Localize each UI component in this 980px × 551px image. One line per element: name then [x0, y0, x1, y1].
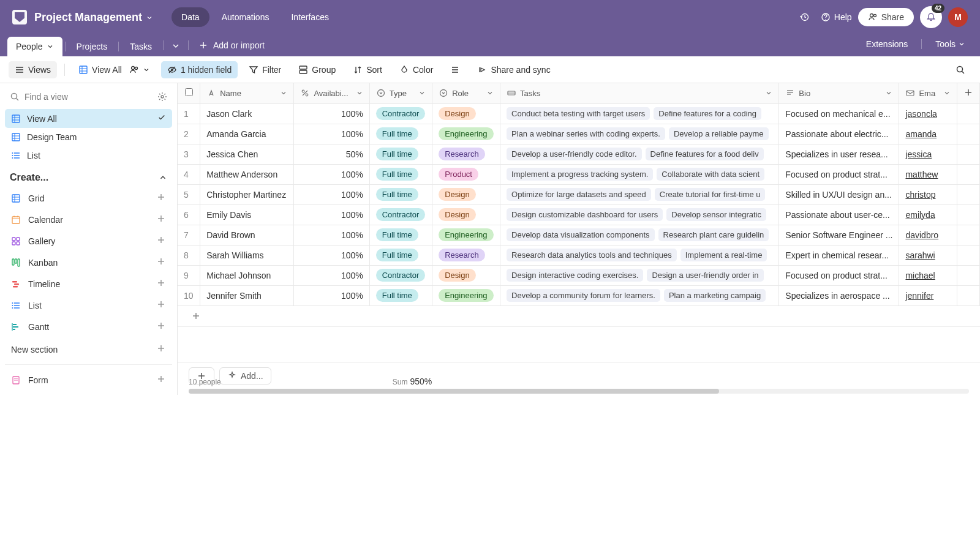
row-number[interactable]: 7 [178, 225, 200, 245]
chevron-down-icon[interactable] [943, 89, 951, 97]
cell-type[interactable]: Full time [369, 124, 432, 144]
cell-email[interactable]: matthew [899, 164, 957, 184]
table-row[interactable]: 7David Brown100%Full timeEngineeringDeve… [178, 225, 980, 245]
table-row[interactable]: 9Michael Johnson100%ContractorDesignDesi… [178, 265, 980, 285]
chevron-down-icon[interactable] [765, 89, 772, 97]
cell-name[interactable]: Christopher Martinez [200, 184, 294, 204]
cell-name[interactable]: Sarah Williams [200, 245, 294, 265]
cell-availability[interactable]: 50% [294, 144, 369, 164]
cell-availability[interactable]: 100% [294, 285, 369, 305]
cell-type[interactable]: Full time [369, 245, 432, 265]
cell-email[interactable]: michael [899, 265, 957, 285]
cell-tasks[interactable]: Implement a progress tracking system.Col… [500, 164, 779, 184]
create-gantt[interactable]: Gantt [5, 317, 172, 337]
create-kanban[interactable]: Kanban [5, 252, 172, 272]
table-row[interactable]: 4Matthew Anderson100%Full timeProductImp… [178, 164, 980, 184]
column-header-tasks[interactable]: Tasks [500, 83, 779, 103]
horizontal-scrollbar[interactable] [189, 389, 969, 394]
chevron-down-icon[interactable] [418, 89, 426, 97]
add-column-button[interactable] [957, 83, 979, 103]
cell-email[interactable]: amanda [899, 124, 957, 144]
cell-availability[interactable]: 100% [294, 245, 369, 265]
row-number[interactable]: 3 [178, 144, 200, 164]
cell-tasks[interactable]: Develop a user-friendly code editor.Defi… [500, 144, 779, 164]
gear-icon[interactable] [157, 92, 167, 102]
view-item-list[interactable]: List [5, 146, 172, 165]
cell-availability[interactable]: 100% [294, 204, 369, 225]
cell-type[interactable]: Contractor [369, 103, 432, 124]
table-row[interactable]: 10Jennifer Smith100%Full timeEngineering… [178, 285, 980, 305]
column-header-type[interactable]: Type [369, 83, 432, 103]
cell-type[interactable]: Full time [369, 285, 432, 305]
cell-tasks[interactable]: Optimize for large datasets and speedCre… [500, 184, 779, 204]
cell-role[interactable]: Engineering [432, 225, 500, 245]
row-number[interactable]: 6 [178, 204, 200, 225]
cell-tasks[interactable]: Conduct beta testing with target usersDe… [500, 103, 779, 124]
row-number[interactable]: 5 [178, 184, 200, 204]
create-section-header[interactable]: Create... [5, 165, 172, 188]
color-button[interactable]: Color [393, 61, 439, 78]
cell-email[interactable]: christop [899, 184, 957, 204]
cell-bio[interactable]: Specializes in aerospace ... [779, 285, 899, 305]
cell-bio[interactable]: Expert in chemical resear... [779, 245, 899, 265]
cell-bio[interactable]: Focused on mechanical e... [779, 103, 899, 124]
cell-tasks[interactable]: Develop data visualization componentsRes… [500, 225, 779, 245]
add-row-button[interactable] [178, 306, 980, 327]
help-button[interactable]: Help [821, 12, 852, 22]
cell-tasks[interactable]: Plan a webinar series with coding expert… [500, 124, 779, 144]
cell-name[interactable]: Michael Johnson [200, 265, 294, 285]
views-toggle[interactable]: Views [9, 61, 57, 78]
cell-name[interactable]: Jennifer Smith [200, 285, 294, 305]
cell-type[interactable]: Contractor [369, 204, 432, 225]
cell-type[interactable]: Full time [369, 225, 432, 245]
table-row[interactable]: 5Christopher Martinez100%Full timeDesign… [178, 184, 980, 204]
new-section-button[interactable]: New section [5, 339, 172, 359]
row-number[interactable]: 8 [178, 245, 200, 265]
app-logo[interactable] [12, 10, 27, 24]
nav-automations[interactable]: Automations [212, 7, 279, 27]
search-button[interactable] [949, 61, 971, 78]
share-sync-button[interactable]: Share and sync [471, 61, 556, 78]
table-tab-people[interactable]: People [7, 37, 62, 56]
nav-data[interactable]: Data [172, 7, 209, 27]
row-number[interactable]: 1 [178, 103, 200, 124]
cell-availability[interactable]: 100% [294, 225, 369, 245]
cell-tasks[interactable]: Design customizable dashboard for usersD… [500, 204, 779, 225]
cell-tasks[interactable]: Research data analytics tools and techni… [500, 245, 779, 265]
cell-name[interactable]: Amanda Garcia [200, 124, 294, 144]
table-row[interactable]: 6Emily Davis100%ContractorDesignDesign c… [178, 204, 980, 225]
row-number[interactable]: 2 [178, 124, 200, 144]
cell-availability[interactable]: 100% [294, 265, 369, 285]
cell-type[interactable]: Full time [369, 144, 432, 164]
create-calendar[interactable]: Calendar [5, 209, 172, 230]
column-header-email[interactable]: Ema [899, 83, 957, 103]
table-row[interactable]: 1Jason Clark100%ContractorDesignConduct … [178, 103, 980, 124]
tabs-dropdown[interactable] [166, 37, 186, 56]
column-header-role[interactable]: Role [432, 83, 500, 103]
cell-name[interactable]: Matthew Anderson [200, 164, 294, 184]
create-grid[interactable]: Grid [5, 188, 172, 208]
cell-email[interactable]: jennifer [899, 285, 957, 305]
cell-bio[interactable]: Focused on product strat... [779, 164, 899, 184]
cell-bio[interactable]: Passionate about electric... [779, 124, 899, 144]
create-form-button[interactable]: Form [5, 370, 172, 390]
tools-button[interactable]: Tools [928, 36, 973, 53]
create-timeline[interactable]: Timeline [5, 274, 172, 294]
cell-availability[interactable]: 100% [294, 103, 369, 124]
cell-type[interactable]: Contractor [369, 265, 432, 285]
filter-button[interactable]: Filter [243, 61, 287, 78]
cell-bio[interactable]: Senior Software Engineer ... [779, 225, 899, 245]
notifications-button[interactable]: 42 [920, 6, 942, 28]
table-row[interactable]: 8Sarah Williams100%Full timeResearchRese… [178, 245, 980, 265]
chevron-down-icon[interactable] [280, 89, 287, 97]
create-gallery[interactable]: Gallery [5, 231, 172, 251]
history-button[interactable] [795, 7, 815, 27]
cell-name[interactable]: David Brown [200, 225, 294, 245]
chevron-down-icon[interactable] [486, 89, 494, 97]
row-number[interactable]: 4 [178, 164, 200, 184]
cell-bio[interactable]: Specializes in user resea... [779, 144, 899, 164]
row-number[interactable]: 10 [178, 285, 200, 305]
add-or-import-button[interactable]: Add or import [191, 37, 272, 54]
column-header-name[interactable]: Name [200, 83, 294, 103]
group-button[interactable]: Group [292, 61, 342, 78]
